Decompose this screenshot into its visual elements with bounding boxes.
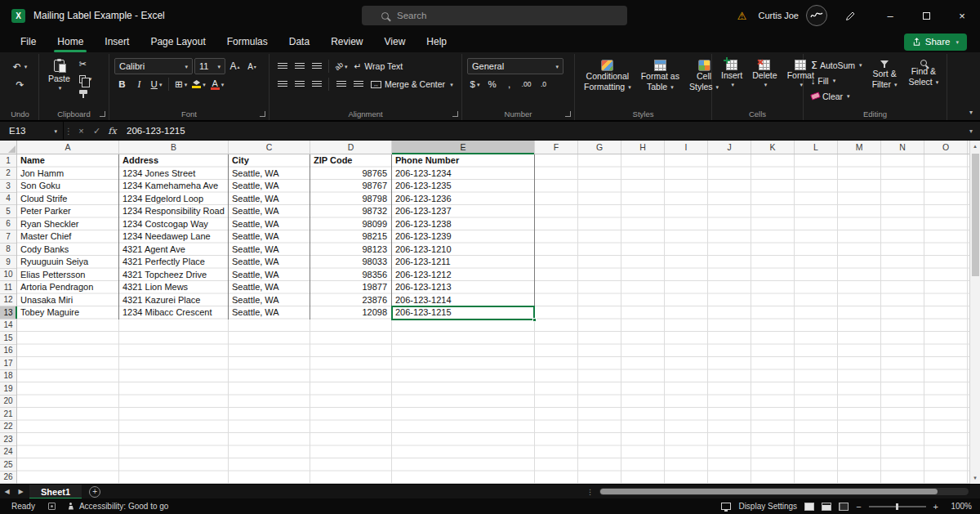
font-size-combo[interactable]: 11▾ (194, 58, 225, 74)
row-header-26[interactable]: 26 (0, 472, 16, 485)
macro-record-icon[interactable] (48, 503, 56, 510)
zoom-level[interactable]: 100% (946, 502, 972, 511)
sort-filter-button[interactable]: Sort & Filter▾ (868, 57, 902, 104)
column-header-D[interactable]: D (310, 141, 392, 154)
clear-button[interactable]: Clear▾ (808, 88, 865, 104)
cell-A2[interactable]: Jon Hamm (17, 168, 118, 181)
row-header-3[interactable]: 3 (0, 180, 16, 193)
cell-A6[interactable]: Ryan Sheckler (17, 218, 118, 231)
cell-A1[interactable]: Name (17, 154, 118, 168)
column-header-I[interactable]: I (665, 141, 708, 154)
column-header-E[interactable]: E (392, 141, 535, 154)
decrease-font-size-button[interactable]: A▾ (244, 58, 260, 74)
cell-E11[interactable]: 206-123-1213 (392, 281, 534, 294)
cell-B11[interactable]: 4321 Lion Mews (119, 281, 228, 294)
undo-button[interactable]: ↶▾ (13, 60, 28, 74)
align-right-button[interactable] (309, 76, 324, 92)
cells-area[interactable]: NameAddressCityZIP CodePhone NumberJon H… (17, 154, 969, 484)
row-header-24[interactable]: 24 (0, 446, 16, 459)
cell-E2[interactable]: 206-123-1234 (392, 168, 534, 181)
column-header-J[interactable]: J (708, 141, 751, 154)
fill-color-button[interactable]: ▾ (190, 76, 207, 92)
select-all-corner[interactable] (0, 141, 17, 154)
wrap-text-button[interactable]: ↵Wrap Text (351, 61, 407, 71)
cell-E12[interactable]: 206-123-1214 (392, 294, 534, 307)
scrollbar-options-icon[interactable]: ⋮ (586, 488, 594, 496)
cell-D2[interactable]: 98765 (310, 168, 391, 181)
cell-B5[interactable]: 1234 Responsibility Road (119, 205, 228, 218)
formula-bar-expand-icon[interactable]: ▾ (969, 127, 973, 135)
autosum-button[interactable]: ΣAutoSum▾ (808, 57, 865, 73)
close-button[interactable]: × (944, 0, 980, 31)
cell-A7[interactable]: Master Chief (17, 230, 118, 244)
middle-align-button[interactable] (292, 58, 307, 74)
font-dialog-launcher[interactable] (260, 111, 265, 117)
cell-B10[interactable]: 4321 Topcheez Drive (119, 269, 228, 282)
cell-C4[interactable]: Seattle, WA (229, 193, 310, 206)
cell-E13[interactable]: 206-123-1215 (392, 306, 534, 320)
underline-button[interactable]: U▾ (149, 76, 164, 92)
cell-D8[interactable]: 98123 (310, 244, 391, 257)
row-header-23[interactable]: 23 (0, 433, 16, 446)
cell-C10[interactable]: Seattle, WA (229, 269, 310, 282)
horizontal-scrollbar[interactable] (599, 488, 969, 495)
cell-B1[interactable]: Address (119, 154, 228, 168)
page-layout-view-icon[interactable] (822, 503, 831, 511)
cell-A4[interactable]: Cloud Strife (17, 193, 118, 206)
font-color-button[interactable]: A▾ (209, 76, 226, 92)
redo-button[interactable]: ↷ (16, 78, 24, 92)
row-header-17[interactable]: 17 (0, 357, 16, 370)
zoom-out-button[interactable]: − (856, 502, 861, 512)
accessibility-status[interactable]: Accessibility: Good to go (79, 502, 169, 511)
ribbon-tab-data[interactable]: Data (278, 31, 320, 52)
cell-C11[interactable]: Seattle, WA (229, 281, 310, 294)
user-avatar[interactable] (806, 5, 827, 26)
row-header-8[interactable]: 8 (0, 244, 16, 257)
row-header-25[interactable]: 25 (0, 458, 16, 472)
search-box[interactable]: Search (362, 6, 627, 25)
ribbon-tab-insert[interactable]: Insert (94, 31, 140, 52)
top-align-button[interactable] (274, 58, 290, 74)
new-sheet-button[interactable]: + (89, 486, 100, 498)
cell-C12[interactable]: Seattle, WA (229, 294, 310, 307)
cell-C13[interactable]: Seattle, WA (229, 306, 310, 320)
name-box[interactable]: E13 ▾ (0, 122, 64, 140)
cell-E4[interactable]: 206-123-1236 (392, 193, 534, 206)
cell-C2[interactable]: Seattle, WA (229, 168, 310, 181)
format-painter-button[interactable] (78, 87, 94, 101)
cell-C1[interactable]: City (229, 154, 310, 168)
increase-font-size-button[interactable]: A▴ (227, 58, 243, 74)
bold-button[interactable]: B (114, 76, 130, 92)
cell-D1[interactable]: ZIP Code (310, 154, 391, 168)
cell-D12[interactable]: 23876 (310, 294, 391, 307)
cell-A13[interactable]: Tobey Maguire (17, 306, 118, 320)
formula-input[interactable]: 206-123-1215 (120, 126, 969, 136)
cell-C8[interactable]: Seattle, WA (229, 244, 310, 257)
delete-cells-button[interactable]: Delete ▾ (748, 57, 781, 107)
vertical-scrollbar-thumb[interactable] (972, 154, 979, 276)
percent-style-button[interactable]: % (484, 76, 500, 92)
vertical-scrollbar[interactable]: ▴ ▾ (969, 141, 980, 484)
enter-icon[interactable]: ✓ (89, 126, 105, 136)
column-header-F[interactable]: F (535, 141, 578, 154)
zoom-in-button[interactable]: + (933, 502, 938, 512)
cell-A11[interactable]: Artoria Pendragon (17, 281, 118, 294)
cell-E3[interactable]: 206-123-1235 (392, 180, 534, 193)
row-header-21[interactable]: 21 (0, 408, 16, 421)
fill-button[interactable]: ↓Fill▾ (808, 73, 865, 88)
row-header-20[interactable]: 20 (0, 396, 16, 409)
ribbon-tab-review[interactable]: Review (320, 31, 373, 52)
cell-E9[interactable]: 206-123-1211 (392, 256, 534, 269)
ribbon-tab-home[interactable]: Home (47, 31, 94, 52)
cell-A3[interactable]: Son Goku (17, 180, 118, 193)
minimize-button[interactable]: – (872, 0, 908, 31)
cell-B7[interactable]: 1234 Needawep Lane (119, 230, 228, 244)
row-header-22[interactable]: 22 (0, 421, 16, 434)
cell-B8[interactable]: 4321 Agent Ave (119, 244, 228, 257)
cell-E1[interactable]: Phone Number (392, 154, 534, 168)
row-header-4[interactable]: 4 (0, 193, 16, 206)
collapse-ribbon-icon[interactable]: ▾ (969, 109, 973, 116)
share-button[interactable]: Share ▾ (904, 34, 967, 51)
format-as-table-button[interactable]: Format as Table▾ (637, 57, 684, 107)
prev-sheet-icon[interactable]: ◀ (0, 488, 14, 495)
